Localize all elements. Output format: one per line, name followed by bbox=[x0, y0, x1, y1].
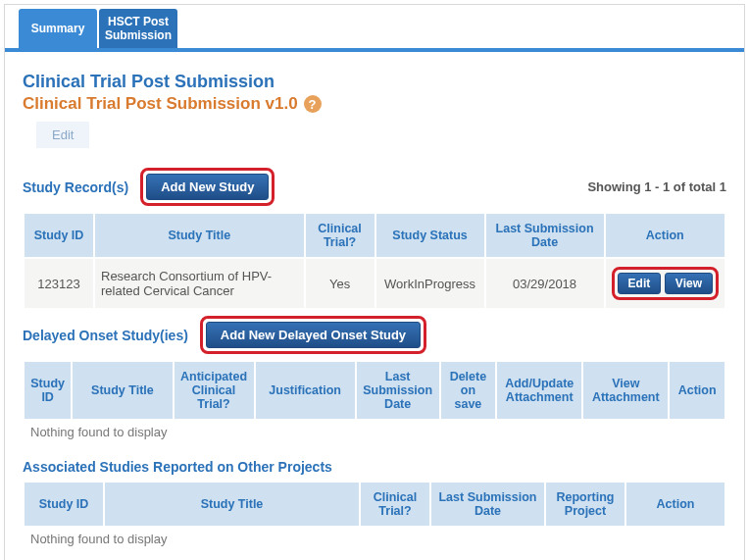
col-clinical-trial: Clinical Trial? bbox=[306, 214, 374, 257]
cell-clinical: Yes bbox=[306, 259, 374, 308]
col-a-id: Study ID bbox=[25, 483, 103, 526]
study-records-table: Study ID Study Title Clinical Trial? Stu… bbox=[23, 212, 726, 310]
col-a-last: Last Submission Date bbox=[431, 483, 544, 526]
highlight-add-new-study: Add New Study bbox=[140, 168, 275, 206]
col-last-submission: Last Submission Date bbox=[486, 214, 604, 257]
empty-row: Nothing found to display bbox=[25, 421, 724, 443]
help-icon[interactable]: ? bbox=[304, 95, 322, 113]
add-new-delayed-onset-button[interactable]: Add New Delayed Onset Study bbox=[206, 322, 421, 348]
col-study-status: Study Status bbox=[376, 214, 484, 257]
col-d-addupd: Add/Update Attachment bbox=[497, 362, 581, 419]
cell-study-id: 123123 bbox=[25, 259, 93, 308]
col-d-last: Last Submission Date bbox=[357, 362, 439, 419]
tab-hsct-post-submission[interactable]: HSCT Post Submission bbox=[99, 9, 177, 48]
cell-study-title: Research Consortium of HPV-related Cervi… bbox=[95, 259, 304, 308]
content-area: Clinical Trial Post Submission Clinical … bbox=[5, 52, 744, 560]
highlight-add-delayed: Add New Delayed Onset Study bbox=[200, 316, 426, 354]
col-d-anticipated: Anticipated Clinical Trial? bbox=[175, 362, 254, 419]
highlight-edit-view: Edit View bbox=[612, 267, 719, 300]
cell-last-date: 03/29/2018 bbox=[486, 259, 604, 308]
delayed-onset-table: Study ID Study Title Anticipated Clinica… bbox=[23, 360, 726, 445]
col-d-delete: Delete on save bbox=[441, 362, 496, 419]
delayed-onset-title: Delayed Onset Study(ies) bbox=[23, 328, 188, 343]
col-a-title: Study Title bbox=[105, 483, 359, 526]
col-study-title: Study Title bbox=[95, 214, 304, 257]
study-records-header: Study Record(s) Add New Study Showing 1 … bbox=[23, 168, 726, 206]
cell-actions: Edit View bbox=[606, 259, 724, 308]
delayed-onset-header: Delayed Onset Study(ies) Add New Delayed… bbox=[23, 316, 726, 354]
col-d-justification: Justification bbox=[256, 362, 355, 419]
page-subheading: Clinical Trial Post Submission v1.0 ? bbox=[23, 94, 726, 114]
version-text: Clinical Trial Post Submission v1.0 bbox=[23, 94, 298, 114]
study-records-title: Study Record(s) bbox=[23, 179, 128, 195]
col-d-viewatt: View Attachment bbox=[583, 362, 668, 419]
col-a-reporting: Reporting Project bbox=[546, 483, 624, 526]
col-action: Action bbox=[606, 214, 724, 257]
col-study-id: Study ID bbox=[25, 214, 93, 257]
associated-title: Associated Studies Reported on Other Pro… bbox=[23, 459, 726, 475]
showing-text: Showing 1 - 1 of total 1 bbox=[587, 179, 726, 194]
empty-text: Nothing found to display bbox=[25, 421, 724, 443]
edit-button[interactable]: Edit bbox=[618, 273, 662, 294]
col-d-id: Study ID bbox=[25, 362, 71, 419]
page-heading: Clinical Trial Post Submission bbox=[23, 72, 726, 92]
tab-bar: Summary HSCT Post Submission bbox=[5, 5, 744, 48]
tab-summary[interactable]: Summary bbox=[19, 9, 97, 48]
cell-status: WorkInProgress bbox=[376, 259, 484, 308]
col-a-action: Action bbox=[626, 483, 724, 526]
empty-text: Nothing found to display bbox=[25, 528, 724, 550]
edit-link[interactable]: Edit bbox=[36, 122, 89, 148]
page-container: Summary HSCT Post Submission Clinical Tr… bbox=[4, 4, 745, 560]
empty-row: Nothing found to display bbox=[25, 528, 724, 550]
associated-table: Study ID Study Title Clinical Trial? Las… bbox=[23, 481, 726, 552]
table-row: 123123 Research Consortium of HPV-relate… bbox=[25, 259, 724, 308]
add-new-study-button[interactable]: Add New Study bbox=[146, 174, 269, 200]
view-button[interactable]: View bbox=[665, 273, 713, 294]
col-d-title: Study Title bbox=[73, 362, 172, 419]
col-a-clinical: Clinical Trial? bbox=[361, 483, 429, 526]
col-d-action: Action bbox=[670, 362, 724, 419]
